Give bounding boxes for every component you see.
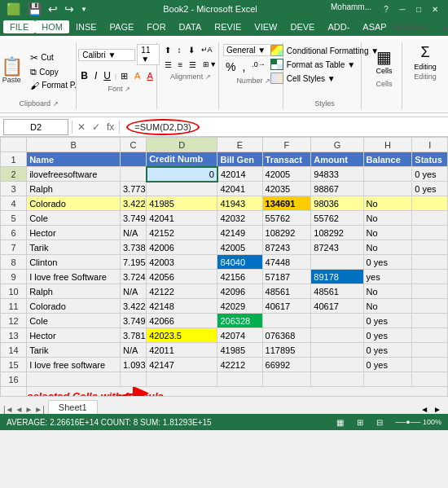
cell-C13[interactable]: 3.78114E+14 [121, 328, 147, 343]
cell-D1[interactable]: Credit Numb [147, 152, 217, 167]
cell-H1[interactable]: Balance [363, 152, 412, 167]
cell-B9[interactable]: I love free Software [27, 270, 121, 284]
cell-C9[interactable]: 3.72439E+14 [121, 270, 147, 284]
cell-B13[interactable]: Hector [27, 328, 121, 343]
cell-D12[interactable]: 42066 [147, 314, 217, 328]
font-color-button[interactable]: A [144, 69, 155, 82]
cell-B5[interactable]: Cole [27, 211, 121, 226]
underline-button[interactable]: U [101, 68, 113, 83]
cell-D7[interactable]: 42006 [147, 240, 217, 255]
cell-H16[interactable] [363, 372, 412, 387]
sheet-scroll-right[interactable]: ► [433, 405, 441, 414]
cell-H3[interactable] [363, 182, 412, 196]
cell-B3[interactable]: Ralph [27, 182, 121, 196]
cell-B12[interactable]: Cole [27, 314, 121, 328]
view-normal-icon[interactable]: ▦ [336, 418, 344, 427]
conditional-formatting-button[interactable]: Conditional Formatting ▼ [269, 44, 380, 57]
col-header-I[interactable]: I [412, 138, 448, 152]
cell-D6[interactable]: 42152 [147, 226, 217, 240]
insert-function-button[interactable]: fx [105, 121, 116, 133]
row-header-13[interactable]: 13 [1, 328, 27, 343]
sheet-tab-sheet1[interactable]: Sheet1 [48, 400, 98, 414]
cell-E1[interactable]: Bill Gen [217, 152, 262, 167]
cell-B7[interactable]: Tarik [27, 240, 121, 255]
cell-C3[interactable]: 3.77305E+14 [121, 182, 147, 196]
col-header-F[interactable]: F [262, 138, 311, 152]
col-header-D[interactable]: D [147, 138, 217, 152]
cell-F15[interactable]: 66992 [262, 358, 311, 372]
tab-nav-next[interactable]: ► [24, 405, 33, 414]
row-header-8[interactable]: 8 [1, 255, 27, 270]
cell-B8[interactable]: Clinton [27, 255, 121, 270]
col-header-H[interactable]: H [363, 138, 412, 152]
window-controls[interactable]: Mohamm... ? ─ □ ✕ [331, 2, 441, 15]
tab-nav-prev[interactable]: ◄ [15, 405, 24, 414]
sheet-scroll-left[interactable]: ◄ [420, 405, 428, 414]
row-header-15[interactable]: 15 [1, 358, 27, 372]
cancel-formula-button[interactable]: ✕ [76, 121, 87, 133]
cell-F2[interactable]: 42005 [262, 167, 311, 182]
cell-I11[interactable] [412, 299, 448, 314]
menu-asap[interactable]: ASAP [356, 20, 393, 33]
view-pagebreak-icon[interactable]: ⊟ [376, 418, 383, 427]
cell-H2[interactable] [363, 167, 412, 182]
row-header-1[interactable]: 1 [1, 152, 27, 167]
cell-E9[interactable]: 42156 [217, 270, 262, 284]
cell-D13[interactable]: 42023.5 [147, 328, 217, 343]
align-top-button[interactable]: ⬆ [162, 44, 173, 56]
cell-E11[interactable]: 42029 [217, 299, 262, 314]
col-header-B[interactable]: B [27, 138, 121, 152]
zoom-slider[interactable]: ──●── 100% [396, 418, 441, 427]
cell-I2[interactable]: 0 yes [412, 167, 448, 182]
cell-I1[interactable]: Status [412, 152, 448, 167]
cell-D8[interactable]: 42003 [147, 255, 217, 270]
cell-D16[interactable] [147, 372, 217, 387]
cell-F13[interactable]: 076368 [262, 328, 311, 343]
italic-button[interactable]: I [92, 68, 99, 83]
cell-H12[interactable]: 0 yes [363, 314, 412, 328]
cell-C4[interactable]: 3.42242E+14 [121, 196, 147, 211]
cell-E16[interactable] [217, 372, 262, 387]
cell-D10[interactable]: 42122 [147, 284, 217, 299]
row-header-14[interactable]: 14 [1, 343, 27, 358]
row-header-7[interactable]: 7 [1, 240, 27, 255]
cell-E15[interactable]: 42212 [217, 358, 262, 372]
row-header-4[interactable]: 4 [1, 196, 27, 211]
cell-G4[interactable]: 98036 [311, 196, 363, 211]
cell-I4[interactable] [412, 196, 448, 211]
cell-C16[interactable] [121, 372, 147, 387]
row-header-12[interactable]: 12 [1, 314, 27, 328]
cell-C7[interactable]: 3.73834E+14 [121, 240, 147, 255]
border-button[interactable]: ⊞ [118, 69, 130, 83]
cell-E13[interactable]: 42074 [217, 328, 262, 343]
cell-G12[interactable] [311, 314, 363, 328]
cell-I9[interactable] [412, 270, 448, 284]
cell-D11[interactable]: 42148 [147, 299, 217, 314]
cell-D9[interactable]: 42056 [147, 270, 217, 284]
cell-F8[interactable]: 47448 [262, 255, 311, 270]
paste-button[interactable]: 📋 Paste [0, 55, 24, 86]
cell-E14[interactable]: 41985 [217, 343, 262, 358]
menu-developer[interactable]: DEVE [283, 20, 321, 33]
cells-button[interactable]: ▦ Cells [371, 44, 397, 78]
save-icon[interactable]: 💾 [25, 1, 44, 17]
close-button[interactable]: ✕ [428, 2, 441, 15]
maximize-button[interactable]: □ [412, 2, 425, 15]
menu-formulas[interactable]: FOR [140, 20, 172, 33]
cell-I14[interactable] [412, 343, 448, 358]
align-right-button[interactable]: ☰ [187, 59, 199, 71]
menu-data[interactable]: DATA [173, 20, 209, 33]
cell-I13[interactable] [412, 328, 448, 343]
cell-C15[interactable]: 1.09338E+15 [121, 358, 147, 372]
cell-C14[interactable]: N/A [121, 343, 147, 358]
cell-C10[interactable]: N/A [121, 284, 147, 299]
cell-H7[interactable]: No [363, 240, 412, 255]
menu-page[interactable]: PAGE [103, 20, 141, 33]
comma-button[interactable]: , [239, 59, 248, 75]
row-header-17[interactable]: 17 [1, 387, 27, 397]
cell-I12[interactable] [412, 314, 448, 328]
menu-addins[interactable]: ADD- [321, 20, 356, 33]
cell-G8[interactable] [311, 255, 363, 270]
menu-insert[interactable]: INSE [69, 20, 103, 33]
row-header-10[interactable]: 10 [1, 284, 27, 299]
